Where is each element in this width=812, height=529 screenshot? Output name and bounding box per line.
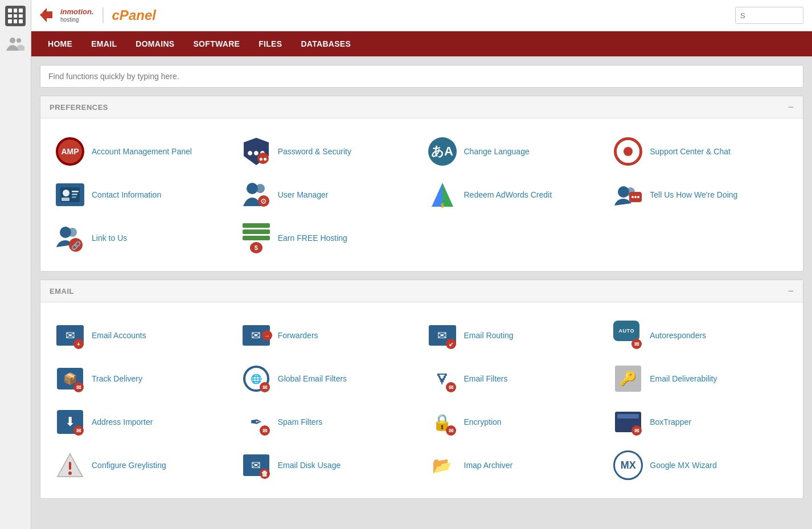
nav-domains[interactable]: DOMAINS: [128, 36, 182, 52]
email-section: EMAIL − ✉ + Email Accounts: [40, 280, 803, 499]
email-routing-label: Email Routing: [464, 330, 514, 341]
function-search-input[interactable]: [48, 72, 795, 81]
support-center-icon: [613, 137, 643, 166]
email-routing-icon: ✉ ↙: [428, 321, 457, 350]
google-mx-wizard-icon: MX: [613, 450, 643, 480]
encryption-label: Encryption: [464, 417, 502, 427]
svg-point-15: [256, 184, 265, 193]
main-content: › inmotion. hosting cPanel HOME EMAIL DO…: [31, 0, 812, 529]
global-email-filters-icon: 🌐 ✉: [241, 364, 271, 393]
email-toggle[interactable]: −: [788, 286, 794, 296]
item-forwarders[interactable]: ✉ → Forwarders: [236, 314, 422, 357]
svg-rect-10: [61, 198, 69, 201]
preferences-toggle[interactable]: −: [788, 102, 794, 112]
svg-point-1: [17, 38, 21, 43]
item-imap-archiver[interactable]: 📂 Imap Archiver: [422, 444, 608, 487]
adwords-label: Redeem AdWords Credit: [464, 190, 552, 200]
password-security-label: Password & Security: [278, 146, 351, 157]
change-language-label: Change Language: [464, 146, 530, 157]
item-earn-hosting[interactable]: $ Earn FREE Hosting: [236, 216, 422, 260]
preferences-header: PREFERENCES −: [40, 96, 803, 118]
contact-info-label: Contact Information: [92, 190, 161, 200]
sidebar: [0, 0, 31, 529]
item-email-routing[interactable]: ✉ ↙ Email Routing: [422, 314, 608, 357]
topbar-search[interactable]: [735, 7, 803, 24]
item-google-mx-wizard[interactable]: MX Google MX Wizard: [608, 444, 794, 487]
svg-point-25: [631, 196, 634, 198]
boxtrapper-icon: ✉: [613, 407, 643, 437]
grid-menu-icon[interactable]: [5, 6, 26, 26]
email-accounts-icon: ✉ +: [55, 321, 85, 350]
svg-text:🔗: 🔗: [71, 241, 81, 251]
item-email-accounts[interactable]: ✉ + Email Accounts: [50, 314, 236, 357]
nav-databases[interactable]: DATABASES: [293, 36, 359, 52]
item-change-language[interactable]: あA Change Language: [422, 130, 608, 173]
item-track-delivery[interactable]: 📦 ✉ Track Delivery: [50, 357, 236, 400]
item-encryption[interactable]: 🔒 ✉ Encryption: [422, 400, 608, 444]
boxtrapper-label: BoxTrapper: [650, 417, 691, 427]
item-adwords[interactable]: $ Redeem AdWords Credit: [422, 173, 608, 216]
user-manager-icon: ⚙: [241, 180, 271, 210]
nav-files[interactable]: FILES: [251, 36, 290, 52]
item-user-manager[interactable]: ⚙ User Manager: [236, 173, 422, 216]
nav-home[interactable]: HOME: [40, 36, 80, 52]
email-accounts-label: Email Accounts: [92, 330, 146, 341]
svg-rect-34: [69, 462, 71, 470]
email-disk-usage-label: Email Disk Usage: [278, 460, 341, 470]
item-contact-info[interactable]: Contact Information: [50, 173, 236, 216]
svg-rect-13: [72, 196, 76, 198]
svg-text:⚙: ⚙: [260, 197, 267, 206]
svg-text:●●: ●●: [259, 155, 268, 163]
earn-hosting-icon: $: [241, 223, 271, 253]
email-title: EMAIL: [50, 287, 74, 296]
nav-software[interactable]: SOFTWARE: [185, 36, 248, 52]
svg-text:$: $: [440, 202, 444, 209]
adwords-icon: $: [428, 180, 457, 210]
address-importer-icon: ⬇ ✉: [55, 407, 85, 437]
item-autoresponders[interactable]: AUTO ✉ Autoresponders: [608, 314, 794, 357]
item-amp[interactable]: AMP Account Management Panel: [50, 130, 236, 173]
item-email-deliverability[interactable]: 🔑 Email Deliverability: [608, 357, 794, 400]
users-icon[interactable]: [6, 35, 24, 57]
item-address-importer[interactable]: ⬇ ✉ Address Importer: [50, 400, 236, 444]
item-boxtrapper[interactable]: ✉ BoxTrapper: [608, 400, 794, 444]
track-delivery-icon: 📦 ✉: [55, 364, 85, 393]
function-search-box[interactable]: [40, 65, 803, 88]
amp-label: Account Management Panel: [92, 146, 192, 157]
nav-email[interactable]: EMAIL: [83, 36, 125, 52]
svg-point-0: [10, 38, 15, 43]
item-global-email-filters[interactable]: 🌐 ✉ Global Email Filters: [236, 357, 422, 400]
item-password-security[interactable]: ●●● ●● Password & Security: [236, 130, 422, 173]
item-configure-greylisting[interactable]: Configure Greylisting: [50, 444, 236, 487]
spam-filters-icon: ✒ ✉: [241, 407, 271, 437]
earn-hosting-label: Earn FREE Hosting: [278, 233, 347, 243]
link-to-us-label: Link to Us: [92, 233, 127, 243]
google-mx-wizard-label: Google MX Wizard: [650, 460, 716, 470]
item-email-disk-usage[interactable]: ✉ 🗑 Email Disk Usage: [236, 444, 422, 487]
track-delivery-label: Track Delivery: [92, 374, 142, 384]
email-deliverability-icon: 🔑: [613, 364, 643, 393]
inmotion-logo: › inmotion. hosting: [40, 8, 94, 22]
preferences-section: PREFERENCES − AMP Account Management Pan…: [40, 96, 803, 272]
email-deliverability-label: Email Deliverability: [650, 374, 717, 384]
svg-point-29: [68, 228, 77, 237]
preferences-title: PREFERENCES: [50, 103, 108, 112]
email-filters-icon: ⛛ ✉: [428, 364, 457, 393]
cpanel-logo: cPanel: [102, 7, 156, 23]
email-filters-label: Email Filters: [464, 374, 508, 384]
forwarders-icon: ✉ →: [241, 321, 271, 350]
item-support-center[interactable]: Support Center & Chat: [608, 130, 794, 173]
imap-archiver-label: Imap Archiver: [464, 460, 513, 470]
amp-icon: AMP: [55, 137, 85, 166]
item-email-filters[interactable]: ⛛ ✉ Email Filters: [422, 357, 608, 400]
feedback-label: Tell Us How We're Doing: [650, 190, 737, 200]
link-to-us-icon: 🔗: [55, 223, 85, 253]
item-spam-filters[interactable]: ✒ ✉ Spam Filters: [236, 400, 422, 444]
item-link-to-us[interactable]: 🔗 Link to Us: [50, 216, 236, 260]
support-center-label: Support Center & Chat: [650, 146, 731, 157]
content-area: PREFERENCES − AMP Account Management Pan…: [31, 56, 812, 529]
topbar: › inmotion. hosting cPanel: [31, 0, 812, 31]
email-disk-usage-icon: ✉ 🗑: [241, 450, 271, 480]
password-security-icon: ●●● ●●: [241, 137, 271, 166]
item-feedback[interactable]: Tell Us How We're Doing: [608, 173, 794, 216]
